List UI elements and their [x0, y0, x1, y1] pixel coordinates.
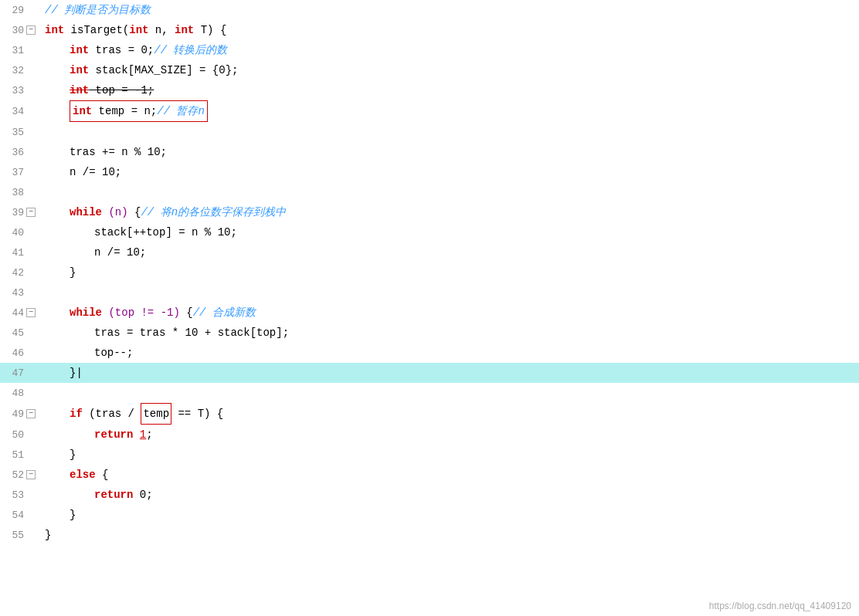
code-line-51: 51 } [0, 445, 859, 465]
code-line-37: 37 n /= 10; [0, 162, 859, 182]
line-content-55: } [39, 525, 859, 545]
code-line-55: 55 } [0, 525, 859, 545]
code-line-46: 46 top--; [0, 343, 859, 363]
gutter-51: 51 [0, 445, 39, 465]
code-line-31: 31 int tras = 0;// 转换后的数 [0, 40, 859, 60]
gutter-29: 29 [0, 0, 39, 20]
line-content-41: n /= 10; [39, 242, 859, 262]
line-content-49: if (tras / temp == T) { [39, 403, 859, 425]
line-content-30: int isTarget(int n, int T) { [39, 20, 859, 40]
line-content-37: n /= 10; [39, 162, 859, 182]
fold-52[interactable]: − [26, 470, 36, 479]
outlined-line-34: int temp = n;// 暂存n [70, 100, 208, 122]
line-content-46: top--; [39, 343, 859, 363]
gutter-36: 36 [0, 142, 39, 162]
line-content-50: return 1; [39, 425, 859, 445]
gutter-52: 52 − [0, 465, 39, 485]
line-content-33: int top = -1; [39, 80, 859, 100]
code-line-32: 32 int stack[MAX_SIZE] = {0}; [0, 60, 859, 80]
gutter-46: 46 [0, 343, 39, 363]
gutter-30: 30 − [0, 20, 39, 40]
gutter-32: 32 [0, 60, 39, 80]
code-container: 29 // 判断是否为目标数 30 − int isTarget(int n, … [0, 0, 859, 616]
code-line-47: 47 }| [0, 363, 859, 383]
gutter-48: 48 [0, 383, 39, 403]
gutter-37: 37 [0, 162, 39, 182]
gutter-35: 35 [0, 122, 39, 142]
code-line-45: 45 tras = tras * 10 + stack[top]; [0, 323, 859, 343]
code-line-30: 30 − int isTarget(int n, int T) { [0, 20, 859, 40]
line-content-52: else { [39, 465, 859, 485]
gutter-40: 40 [0, 222, 39, 242]
fold-30[interactable]: − [26, 25, 36, 35]
code-line-49: 49 − if (tras / temp == T) { [0, 403, 859, 425]
line-content-54: } [39, 505, 859, 525]
line-content-48 [39, 383, 859, 403]
code-line-39: 39 − while (n) {// 将n的各位数字保存到栈中 [0, 202, 859, 222]
code-line-42: 42 } [0, 262, 859, 283]
gutter-31: 31 [0, 40, 39, 60]
fold-49[interactable]: − [26, 409, 36, 418]
gutter-53: 53 [0, 485, 39, 505]
line-content-42: } [39, 262, 859, 283]
line-content-35 [39, 122, 859, 142]
line-content-51: } [39, 445, 859, 465]
gutter-38: 38 [0, 182, 39, 202]
line-content-38 [39, 182, 859, 202]
code-area: 29 // 判断是否为目标数 30 − int isTarget(int n, … [0, 0, 859, 545]
line-content-36: tras += n % 10; [39, 142, 859, 162]
gutter-50: 50 [0, 425, 39, 445]
line-content-34: int temp = n;// 暂存n [39, 100, 859, 122]
gutter-49: 49 − [0, 403, 39, 425]
gutter-42: 42 [0, 262, 39, 283]
code-line-54: 54 } [0, 505, 859, 525]
code-line-33: 33 int top = -1; [0, 80, 859, 100]
fold-44[interactable]: − [26, 308, 36, 317]
gutter-43: 43 [0, 283, 39, 303]
line-content-53: return 0; [39, 485, 859, 505]
code-line-41: 41 n /= 10; [0, 242, 859, 262]
gutter-55: 55 [0, 525, 39, 545]
code-line-50: 50 return 1; [0, 425, 859, 445]
gutter-44: 44 − [0, 303, 39, 323]
fold-39[interactable]: − [26, 208, 36, 217]
gutter-41: 41 [0, 242, 39, 262]
line-content-31: int tras = 0;// 转换后的数 [39, 40, 859, 60]
code-line-29: 29 // 判断是否为目标数 [0, 0, 859, 20]
code-line-44: 44 − while (top != -1) {// 合成新数 [0, 303, 859, 323]
gutter-33: 33 [0, 80, 39, 100]
code-line-48: 48 [0, 383, 859, 403]
line-content-45: tras = tras * 10 + stack[top]; [39, 323, 859, 343]
line-content-40: stack[++top] = n % 10; [39, 222, 859, 242]
gutter-39: 39 − [0, 202, 39, 222]
line-content-32: int stack[MAX_SIZE] = {0}; [39, 60, 859, 80]
gutter-54: 54 [0, 505, 39, 525]
line-content-44: while (top != -1) {// 合成新数 [39, 303, 859, 323]
code-line-38: 38 [0, 182, 859, 202]
line-content-39: while (n) {// 将n的各位数字保存到栈中 [39, 202, 859, 222]
line-content-47: }| [39, 363, 859, 383]
code-line-43: 43 [0, 283, 859, 303]
code-line-35: 35 [0, 122, 859, 142]
line-content-43 [39, 283, 859, 303]
code-line-34: 34 int temp = n;// 暂存n [0, 100, 859, 122]
code-line-40: 40 stack[++top] = n % 10; [0, 222, 859, 242]
gutter-47: 47 [0, 363, 39, 383]
code-line-53: 53 return 0; [0, 485, 859, 505]
code-line-36: 36 tras += n % 10; [0, 142, 859, 162]
outlined-temp: temp [141, 403, 171, 425]
line-content-29: // 判断是否为目标数 [39, 0, 859, 20]
gutter-45: 45 [0, 323, 39, 343]
watermark: https://blog.csdn.net/qq_41409120 [709, 601, 851, 611]
code-line-52: 52 − else { [0, 465, 859, 485]
gutter-34: 34 [0, 100, 39, 122]
